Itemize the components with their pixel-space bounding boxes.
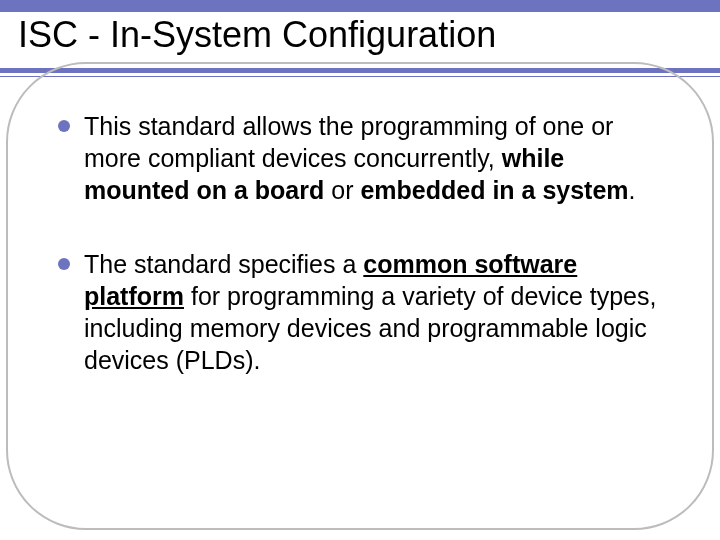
list-item: The standard specifies a common software… — [58, 248, 660, 376]
list-item: This standard allows the programming of … — [58, 110, 660, 206]
accent-top-bar — [0, 0, 720, 12]
body-content: This standard allows the programming of … — [58, 110, 660, 418]
text-segment: The standard specifies a — [84, 250, 363, 278]
bullet-text: This standard allows the programming of … — [84, 110, 660, 206]
bullet-icon — [58, 120, 70, 132]
text-segment: or — [324, 176, 360, 204]
text-bold: embedded in a system — [360, 176, 628, 204]
title-underline-thin — [0, 76, 720, 77]
text-segment: . — [629, 176, 636, 204]
bullet-icon — [58, 258, 70, 270]
bullet-text: The standard specifies a common software… — [84, 248, 660, 376]
title-underline-thick — [0, 68, 720, 73]
slide-title: ISC - In-System Configuration — [18, 14, 496, 56]
